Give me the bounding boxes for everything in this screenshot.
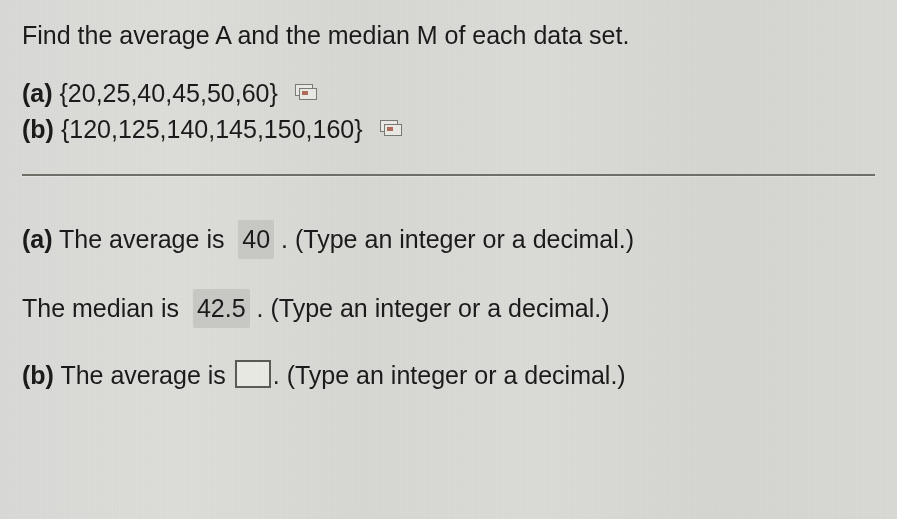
answer-a-avg-prefix: The average is <box>59 225 224 253</box>
divider <box>22 174 875 176</box>
answer-a-average: (a) The average is 40 . (Type an integer… <box>22 220 875 259</box>
answer-a-label: (a) <box>22 225 53 253</box>
answer-b-avg-prefix: The average is <box>60 361 225 389</box>
answer-a-med-suffix: . (Type an integer or a decimal.) <box>257 294 610 322</box>
spacer <box>186 294 193 322</box>
part-b-set: {120,125,140,145,150,160} <box>61 115 363 143</box>
svg-rect-2 <box>302 91 308 95</box>
answer-a-med-prefix: The median is <box>22 294 179 322</box>
answer-a-med-value[interactable]: 42.5 <box>193 289 250 328</box>
spacer <box>231 225 238 253</box>
part-a-row: (a) {20,25,40,45,50,60} <box>22 75 875 111</box>
answer-b-avg-suffix: . (Type an integer or a decimal.) <box>273 361 626 389</box>
part-a-label: (a) <box>22 79 53 107</box>
part-b-label: (b) <box>22 115 54 143</box>
answer-b-average: (b) The average is . (Type an integer or… <box>22 358 875 393</box>
help-icon[interactable] <box>295 84 317 100</box>
answer-a-avg-suffix: . (Type an integer or a decimal.) <box>281 225 634 253</box>
part-a-set: {20,25,40,45,50,60} <box>60 79 278 107</box>
answer-a-avg-value[interactable]: 40 <box>238 220 274 259</box>
data-sets-block: (a) {20,25,40,45,50,60} (b) {120,125,140… <box>22 75 875 148</box>
answer-b-avg-input[interactable] <box>235 360 271 388</box>
answer-b-label: (b) <box>22 361 54 389</box>
help-icon[interactable] <box>380 120 402 136</box>
svg-rect-5 <box>387 127 393 131</box>
answer-a-median: The median is 42.5 . (Type an integer or… <box>22 289 875 328</box>
question-prompt: Find the average A and the median M of e… <box>22 18 875 53</box>
part-b-row: (b) {120,125,140,145,150,160} <box>22 111 875 147</box>
